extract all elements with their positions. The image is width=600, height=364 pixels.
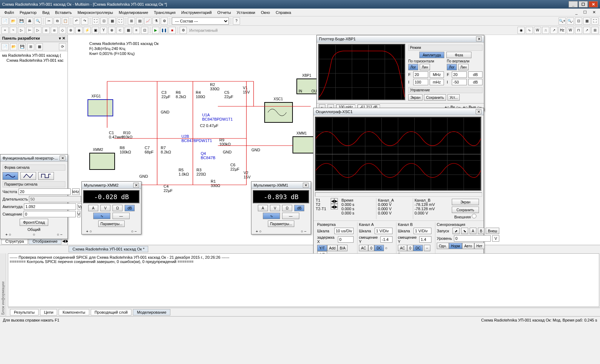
in-use-combo[interactable]: --- Состав --- (172, 17, 229, 25)
xfg1-block[interactable] (88, 99, 113, 116)
tab-simulation[interactable]: Моделирование (133, 309, 170, 315)
place-cmos-icon[interactable]: ⧈ (51, 27, 58, 34)
graph-icon[interactable]: 📈 (144, 17, 151, 25)
osc-level-input[interactable] (454, 235, 491, 242)
bode-vhigh-input[interactable] (452, 71, 467, 78)
toggle-view-icon[interactable]: ⛶ (591, 17, 599, 25)
rise-fall-button[interactable]: Фронт/Спад (20, 219, 48, 226)
osc-cha-ac-button[interactable]: AC (359, 245, 368, 251)
spice-log[interactable]: ------ Проверка перечня соединений SPICE… (8, 253, 599, 307)
undo-icon[interactable]: ↶ (73, 17, 80, 25)
menu-edit[interactable]: Редактор (17, 10, 39, 15)
osc-ba-button[interactable]: B/A (338, 245, 348, 251)
preview-icon[interactable]: 🔍 (34, 17, 41, 25)
bode-flow-input[interactable] (413, 79, 428, 85)
mm1-v-button[interactable]: V (270, 205, 280, 211)
zoom-page-icon[interactable]: ▦ (583, 17, 590, 25)
place-misc2-icon[interactable]: ▣ (92, 27, 99, 34)
osc-ext-radio[interactable] (472, 214, 476, 218)
pause-sim-icon[interactable]: ❚❚ (160, 27, 168, 34)
osc-cha-off-input[interactable] (380, 236, 392, 243)
cut-icon[interactable]: ✂ (45, 17, 52, 25)
menu-reports[interactable]: Отчеты (215, 10, 234, 15)
place-mcu-icon[interactable]: ▦ (125, 27, 132, 34)
mm2-close-icon[interactable]: ✕ (133, 183, 139, 188)
help-icon[interactable]: ? (233, 17, 240, 25)
mm2-ac-button[interactable]: ∿ (93, 213, 110, 219)
freq-input[interactable] (19, 188, 71, 195)
osc-tb-scale-input[interactable] (334, 228, 354, 234)
place-basic-icon[interactable]: ~ (10, 27, 17, 34)
bode-screen-button[interactable]: Экран (408, 94, 422, 101)
osc-yt-button[interactable]: Y/T (317, 245, 327, 251)
place-power-icon[interactable]: ⚡ (84, 27, 91, 34)
zoom-region-icon[interactable]: ⊡ (100, 17, 108, 25)
instr-bode-icon[interactable]: ↗ (550, 27, 558, 34)
osc-save-button[interactable]: Сохранить (452, 207, 479, 213)
zoom-area-icon[interactable]: ⊡ (575, 17, 582, 25)
mm1-ohm-button[interactable]: Ω (282, 205, 292, 211)
minimize-button[interactable]: _ (569, 1, 578, 7)
open-icon[interactable]: 📂 (10, 17, 17, 25)
tab-nav-left-icon[interactable]: ◀ (62, 239, 65, 243)
mm2-db-button[interactable]: dB (125, 205, 135, 211)
menu-help[interactable]: Справка (273, 10, 294, 15)
tree-pcb-icon[interactable]: ▦ (36, 43, 43, 50)
menu-insert[interactable]: Вставить (52, 10, 75, 15)
osc-chb-off-input[interactable] (419, 236, 431, 243)
place-source-icon[interactable]: ÷ (1, 27, 9, 34)
mm2-ohm-button[interactable]: Ω (112, 205, 122, 211)
place-ttl-icon[interactable]: ⧈ (42, 27, 50, 34)
mm2-dc-button[interactable]: — (112, 213, 130, 219)
new-icon[interactable]: 📄 (1, 17, 9, 25)
tree-item[interactable]: Схема Radiotehnika УП-001 кас (1, 58, 66, 63)
instr-network-icon[interactable]: ⊞ (591, 27, 599, 34)
menu-transfer[interactable]: Трансляция (151, 10, 179, 15)
zoom-fit-icon[interactable]: ⛶ (92, 17, 99, 25)
paste-icon[interactable]: 📋 (62, 17, 69, 25)
place-misc-icon[interactable]: ◇ (59, 27, 66, 34)
bode-h-lin-button[interactable]: Лин (420, 64, 430, 70)
osc-chb-scale-input[interactable] (414, 228, 431, 234)
redo-icon[interactable]: ↷ (81, 17, 88, 25)
mm1-params-button[interactable]: Параметры... (268, 221, 294, 227)
place-analog-icon[interactable]: ▷ (34, 27, 41, 34)
mm2-v-button[interactable]: V (100, 205, 110, 211)
place-connector-icon[interactable]: ⊂ (116, 27, 124, 34)
bode-save-button[interactable]: Сохранить (424, 94, 446, 101)
wave-sine-button[interactable] (2, 172, 18, 180)
bode-phase-button[interactable]: Фаза (446, 52, 471, 58)
mm1-close-icon[interactable]: ✕ (303, 183, 309, 188)
wave-triangle-button[interactable] (20, 172, 36, 180)
tree-new-icon[interactable]: 📄 (1, 43, 9, 50)
place-rf-icon[interactable]: Y (100, 27, 107, 34)
fullscreen-icon[interactable]: ⛶ (117, 17, 124, 25)
maximize-button[interactable]: ☐ (579, 1, 588, 7)
menu-mcu[interactable]: Микроконтроллеры (75, 10, 116, 15)
bode-vlow-input[interactable] (452, 79, 467, 85)
db-icon[interactable]: ⊞ (128, 17, 135, 25)
close-button[interactable]: ✕ (589, 1, 598, 7)
osc-single-button[interactable]: Одн. (437, 243, 449, 249)
place-transistor-icon[interactable]: ⊢ (26, 27, 33, 34)
wave-square-button[interactable] (38, 172, 54, 180)
osc-hscroll[interactable] (315, 192, 482, 197)
tree-schematic-icon[interactable]: ⊞ (27, 43, 34, 50)
instr-fngen-icon[interactable]: ∿ (526, 27, 533, 34)
place-diode-icon[interactable]: ▷ (18, 27, 25, 34)
osc-close-icon[interactable]: ✕ (476, 109, 481, 114)
mm1-a-button[interactable]: A (258, 205, 268, 211)
osc-delay-input[interactable] (338, 236, 354, 243)
osc-src-a-button[interactable]: A (470, 228, 476, 234)
osc-auto-button[interactable]: Авто (462, 243, 474, 249)
zoom-sheet-icon[interactable]: ▦ (109, 17, 116, 25)
menu-file[interactable]: Файл (1, 10, 17, 15)
instr-watt-icon[interactable]: W (534, 27, 541, 34)
stop-sim-icon[interactable]: ■ (169, 27, 176, 34)
bode-set-button[interactable]: Уст... (448, 94, 460, 101)
mm1-dc-button[interactable]: — (282, 213, 299, 219)
menu-tools[interactable]: Инструментарий (178, 10, 214, 15)
oscilloscope-window[interactable]: Осциллограф-XSC1✕ T1 T2 T2-T1 ◀▶ ◀▶ Врем… (313, 108, 484, 259)
zoom-in-icon[interactable]: 🔍+ (559, 17, 566, 25)
doc-restore-icon[interactable]: ☐ (580, 9, 590, 15)
